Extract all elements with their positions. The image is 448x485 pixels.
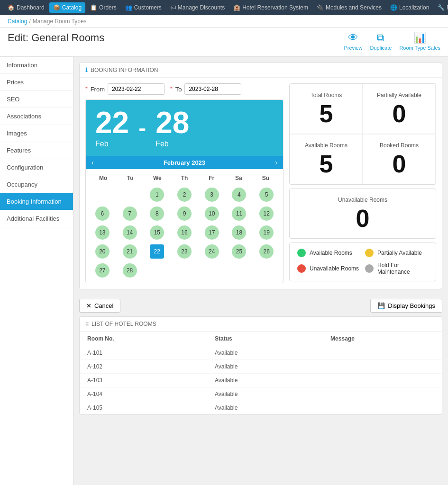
copy-icon: ⧉ — [377, 32, 384, 44]
breadcrumb-catalog[interactable]: Catalog — [8, 18, 27, 25]
calendar-cell[interactable]: 6 — [90, 205, 115, 222]
calendar-day[interactable]: 5 — [259, 188, 274, 202]
calendar-day[interactable]: 8 — [150, 207, 164, 221]
cancel-button[interactable]: ✕ Cancel — [79, 299, 120, 313]
calendar-day[interactable]: 9 — [177, 207, 192, 221]
calendar-body: 1234567891011121314151617181920212223242… — [90, 186, 279, 279]
calendar-cell[interactable]: 17 — [199, 224, 225, 241]
stat-unavailable-rooms: Unavailable Rooms 0 — [289, 189, 436, 239]
calendar-cell[interactable]: 28 — [117, 262, 143, 279]
total-rooms-value: 5 — [298, 101, 355, 126]
sidebar-item-images[interactable]: Images — [0, 125, 73, 142]
calendar-cell[interactable]: 18 — [227, 224, 252, 241]
calendar-day[interactable]: 3 — [205, 188, 219, 202]
calendar-day[interactable]: 19 — [259, 225, 274, 240]
sidebar: Information Prices SEO Associations Imag… — [0, 57, 73, 485]
calendar-day[interactable]: 12 — [259, 207, 274, 221]
sidebar-item-configuration[interactable]: Configuration — [0, 159, 73, 176]
calendar-cell[interactable]: 19 — [254, 224, 279, 241]
room-type-sales-button[interactable]: 📊 Room Type Sales — [399, 32, 440, 51]
from-date-input[interactable] — [108, 83, 165, 95]
sidebar-item-features[interactable]: Features — [0, 142, 73, 159]
calendar-day[interactable]: 27 — [95, 263, 110, 278]
legend-unavailable: Unavailable Rooms — [297, 262, 360, 275]
calendar-cell[interactable]: 7 — [117, 205, 143, 222]
calendar-cell[interactable]: 21 — [117, 243, 143, 260]
calendar-day[interactable]: 18 — [232, 225, 246, 240]
calendar-day[interactable]: 22 — [150, 244, 164, 259]
nav-hotel-reservation[interactable]: 🏨 Hotel Reservation System — [229, 2, 312, 13]
calendar-cell[interactable]: 12 — [254, 205, 279, 222]
calendar-day[interactable]: 23 — [177, 244, 192, 259]
sidebar-item-booking-information[interactable]: Booking Information — [0, 193, 73, 210]
calendar-cell[interactable]: 15 — [144, 224, 170, 241]
next-month-button[interactable]: › — [275, 159, 277, 166]
display-bookings-button[interactable]: 💾 Display Bookings — [370, 299, 442, 313]
calendar-cell[interactable]: 3 — [199, 186, 225, 203]
calendar-cell[interactable]: 27 — [90, 262, 115, 279]
calendar-day[interactable]: 28 — [123, 263, 137, 278]
nav-localization[interactable]: 🌐 Localization — [386, 2, 433, 13]
nav-dashboard[interactable]: 🏠 Dashboard — [4, 2, 48, 13]
calendar-cell[interactable]: 14 — [117, 224, 143, 241]
day-header-su: Su — [252, 173, 279, 183]
calendar-day[interactable]: 13 — [95, 225, 110, 240]
duplicate-button[interactable]: ⧉ Duplicate — [370, 32, 392, 51]
calendar-cell[interactable]: 16 — [172, 224, 197, 241]
calendar-day[interactable]: 24 — [205, 244, 219, 259]
calendar-cell[interactable]: 4 — [227, 186, 252, 203]
calendar-cell[interactable]: 9 — [172, 205, 197, 222]
to-date-input[interactable] — [184, 83, 241, 95]
calendar-cell — [254, 262, 279, 279]
sidebar-item-information[interactable]: Information — [0, 57, 73, 74]
calendar-cell[interactable]: 22 — [144, 243, 170, 260]
nav-catalog[interactable]: 📦 Catalog — [49, 2, 85, 13]
calendar-cell — [172, 262, 197, 279]
calendar-cell[interactable]: 25 — [227, 243, 252, 260]
top-navigation: 🏠 Dashboard 📦 Catalog 📋 Orders 👥 Custome… — [0, 0, 448, 15]
calendar-cell[interactable]: 10 — [199, 205, 225, 222]
nav-customers[interactable]: 👥 Customers — [121, 2, 165, 13]
calendar-cell[interactable]: 20 — [90, 243, 115, 260]
calendar-cell[interactable]: 13 — [90, 224, 115, 241]
calendar-day[interactable]: 6 — [95, 207, 110, 221]
calendar-day[interactable]: 14 — [123, 225, 137, 240]
partially-legend-label: Partially Available — [377, 250, 422, 256]
prev-month-button[interactable]: ‹ — [91, 159, 94, 166]
calendar-day[interactable]: 15 — [150, 225, 164, 240]
sidebar-item-additional-facilities[interactable]: Additional Facilities — [0, 210, 73, 227]
sidebar-item-seo[interactable]: SEO — [0, 91, 73, 108]
calendar-day[interactable]: 17 — [205, 225, 219, 240]
cell-status: Available — [207, 360, 323, 374]
calendar-day[interactable]: 26 — [259, 244, 274, 259]
calendar-cell[interactable]: 5 — [254, 186, 279, 203]
calendar-day[interactable]: 2 — [177, 188, 192, 202]
nav-modules[interactable]: 🔌 Modules and Services — [313, 2, 385, 13]
calendar-cell[interactable]: 26 — [254, 243, 279, 260]
calendar-cell[interactable]: 8 — [144, 205, 170, 222]
sidebar-item-occupancy[interactable]: Occupancy — [0, 176, 73, 193]
calendar-day[interactable]: 16 — [177, 225, 192, 240]
calendar-cell[interactable]: 23 — [172, 243, 197, 260]
sidebar-item-associations[interactable]: Associations — [0, 108, 73, 125]
calendar-day[interactable]: 20 — [95, 244, 110, 259]
calendar-day[interactable]: 10 — [205, 207, 219, 221]
nav-orders[interactable]: 📋 Orders — [86, 2, 120, 13]
calendar-cell[interactable]: 1 — [144, 186, 170, 203]
calendar-cell[interactable]: 2 — [172, 186, 197, 203]
calendar-cell[interactable]: 24 — [199, 243, 225, 260]
calendar-cell[interactable]: 11 — [227, 205, 252, 222]
sidebar-item-prices[interactable]: Prices — [0, 74, 73, 91]
calendar-day[interactable]: 7 — [123, 207, 137, 221]
calendar-day[interactable]: 25 — [232, 244, 246, 259]
calendar-day[interactable]: 4 — [232, 188, 246, 202]
nav-preferences[interactable]: 🔧 Preferences — [434, 2, 448, 13]
calendar-day[interactable]: 1 — [150, 188, 164, 202]
cancel-icon: ✕ — [86, 302, 91, 309]
calendar-day[interactable]: 21 — [123, 244, 137, 259]
section-content-booking: * From * To — [80, 78, 442, 289]
calendar-day[interactable]: 11 — [232, 207, 246, 221]
preview-button[interactable]: 👁 Preview — [344, 32, 362, 51]
nav-manage-discounts[interactable]: 🏷 Manage Discounts — [166, 2, 229, 13]
booking-right: Total Rooms 5 Partially Available 0 Avai… — [289, 83, 436, 283]
